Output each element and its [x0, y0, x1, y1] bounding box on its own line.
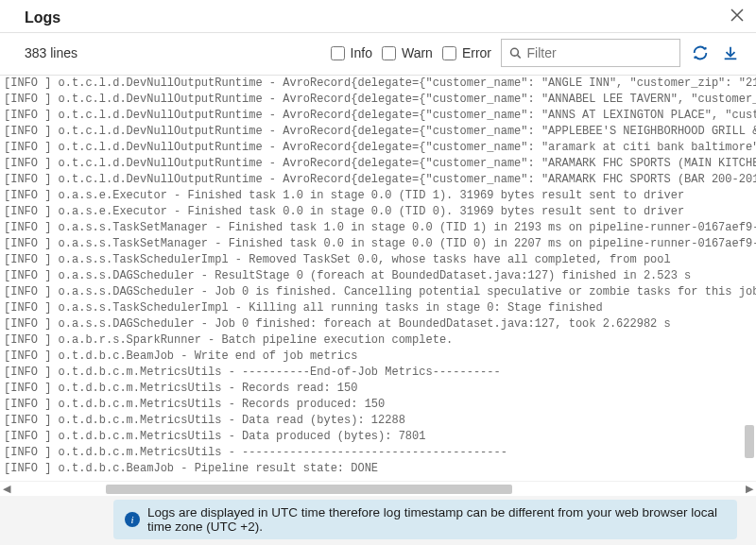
log-line: [INFO ] o.a.s.s.TaskSchedulerImpl - Remo…	[4, 252, 756, 268]
log-line: [INFO ] o.t.c.l.d.DevNullOutputRuntime -…	[4, 124, 756, 140]
footer: i Logs are displayed in UTC time therefo…	[0, 496, 756, 545]
info-banner-text: Logs are displayed in UTC time therefore…	[147, 505, 726, 534]
error-checkbox-label: Error	[462, 45, 491, 60]
log-line: [INFO ] o.a.s.s.DAGScheduler - Job 0 fin…	[4, 316, 756, 332]
refresh-button[interactable]	[690, 43, 711, 63]
refresh-icon	[692, 44, 709, 61]
horizontal-scrollbar[interactable]: ◀ ▶	[0, 481, 756, 496]
close-button[interactable]	[728, 6, 747, 25]
log-line: [INFO ] o.a.s.s.TaskSetManager - Finishe…	[4, 236, 756, 252]
info-icon: i	[125, 512, 140, 527]
toolbar: 383 lines Info Warn Error	[0, 32, 756, 76]
dialog-header: Logs	[0, 0, 756, 32]
log-line: [INFO ] o.t.d.b.c.m.MetricsUtils - -----…	[4, 365, 756, 381]
info-checkbox-input[interactable]	[331, 46, 345, 60]
download-icon	[722, 44, 739, 61]
log-line: [INFO ] o.a.s.s.TaskSchedulerImpl - Kill…	[4, 300, 756, 316]
scrollbar-track[interactable]	[13, 484, 743, 495]
log-line: [INFO ] o.t.c.l.d.DevNullOutputRuntime -…	[4, 140, 756, 156]
log-line: [INFO ] o.t.d.b.c.m.MetricsUtils - Data …	[4, 429, 756, 445]
horizontal-scrollbar-thumb[interactable]	[106, 485, 512, 494]
log-line: [INFO ] o.t.d.b.c.BeamJob - Write end of…	[4, 349, 756, 365]
log-line: [INFO ] o.a.s.s.DAGScheduler - ResultSta…	[4, 268, 756, 284]
svg-point-0	[511, 48, 519, 56]
log-line: [INFO ] o.a.s.s.TaskSetManager - Finishe…	[4, 220, 756, 236]
log-line: [INFO ] o.t.d.b.c.m.MetricsUtils - Recor…	[4, 397, 756, 413]
filter-input[interactable]	[527, 45, 673, 60]
log-line: [INFO ] o.a.s.e.Executor - Finished task…	[4, 204, 756, 220]
log-lines-container: [INFO ] o.t.c.l.d.DevNullOutputRuntime -…	[0, 76, 756, 477]
scroll-left-arrow[interactable]: ◀	[0, 483, 13, 496]
log-line: [INFO ] o.t.c.l.d.DevNullOutputRuntime -…	[4, 156, 756, 172]
close-icon	[730, 9, 744, 22]
log-line: [INFO ] o.a.s.e.Executor - Finished task…	[4, 188, 756, 204]
warn-checkbox-input[interactable]	[382, 46, 396, 60]
filter-info-checkbox[interactable]: Info	[331, 45, 372, 60]
log-line: [INFO ] o.a.b.r.s.SparkRunner - Batch pi…	[4, 332, 756, 349]
log-line: [INFO ] o.t.d.b.c.m.MetricsUtils - -----…	[4, 445, 756, 461]
log-line: [INFO ] o.t.c.l.d.DevNullOutputRuntime -…	[4, 92, 756, 108]
log-line: [INFO ] o.t.c.l.d.DevNullOutputRuntime -…	[4, 172, 756, 188]
dialog-title: Logs	[25, 9, 60, 26]
filter-input-container[interactable]	[501, 39, 680, 67]
line-count-label: 383 lines	[25, 45, 321, 60]
error-checkbox-input[interactable]	[442, 46, 456, 60]
info-banner: i Logs are displayed in UTC time therefo…	[113, 500, 737, 539]
filter-error-checkbox[interactable]: Error	[442, 45, 491, 60]
filter-warn-checkbox[interactable]: Warn	[382, 45, 433, 60]
log-line: [INFO ] o.t.d.b.c.BeamJob - Pipeline res…	[4, 461, 756, 477]
log-line: [INFO ] o.t.d.b.c.m.MetricsUtils - Data …	[4, 413, 756, 429]
search-icon	[509, 46, 522, 60]
log-line: [INFO ] o.t.d.b.c.m.MetricsUtils - Recor…	[4, 381, 756, 397]
download-button[interactable]	[720, 43, 741, 63]
scroll-right-arrow[interactable]: ▶	[743, 483, 756, 496]
vertical-scrollbar-thumb[interactable]	[745, 425, 754, 458]
info-checkbox-label: Info	[351, 45, 372, 60]
log-line: [INFO ] o.t.c.l.d.DevNullOutputRuntime -…	[4, 76, 756, 92]
log-line: [INFO ] o.t.c.l.d.DevNullOutputRuntime -…	[4, 108, 756, 124]
log-viewport[interactable]: [INFO ] o.t.c.l.d.DevNullOutputRuntime -…	[0, 76, 756, 481]
log-line: [INFO ] o.a.s.s.DAGScheduler - Job 0 is …	[4, 284, 756, 300]
warn-checkbox-label: Warn	[402, 45, 433, 60]
